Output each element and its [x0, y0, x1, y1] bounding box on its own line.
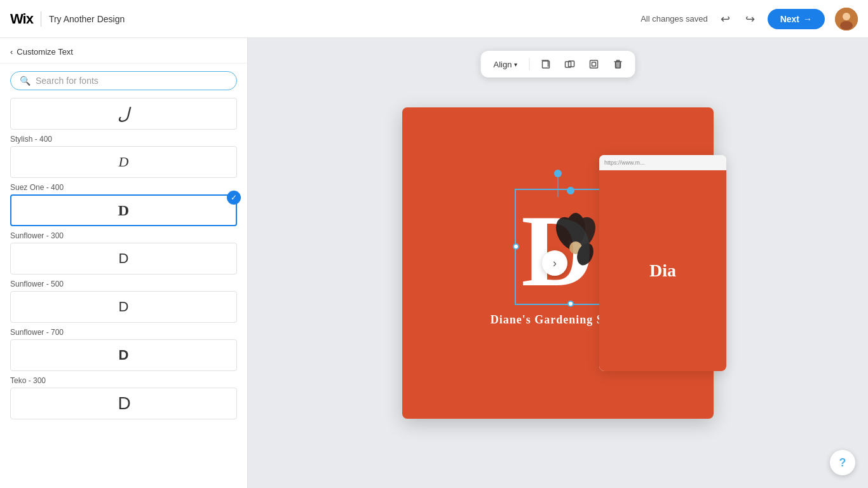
frame-icon — [588, 58, 599, 70]
font-preview-stylish[interactable]: D — [10, 146, 237, 178]
help-icon: ? — [839, 456, 846, 470]
sidebar: ‹ Customize Text 🔍 ل Stylish - 400 D — [0, 38, 248, 488]
floating-toolbar: Align ▾ — [481, 51, 635, 78]
copy-icon-button[interactable] — [534, 55, 556, 74]
avatar-image — [835, 8, 858, 30]
main-layout: ‹ Customize Text 🔍 ل Stylish - 400 D — [0, 38, 868, 488]
toolbar-divider — [529, 58, 529, 71]
wix-logo: Wix — [10, 11, 33, 27]
next-slide-button[interactable]: › — [542, 250, 567, 276]
back-label: Customize Text — [17, 47, 73, 57]
svg-point-1 — [843, 13, 850, 20]
font-label-suez: Suez One - 400 — [10, 183, 237, 192]
header-right: All changes saved ↩ ↪ Next → — [641, 8, 858, 30]
svg-point-2 — [840, 21, 853, 30]
font-item-suez-400: Suez One - 400 D ✓ — [10, 183, 237, 226]
align-chevron-icon: ▾ — [514, 61, 517, 68]
undo-button[interactable]: ↩ — [718, 10, 733, 29]
font-item-sunflower-300: Sunflower - 300 D — [10, 231, 237, 274]
resize-handle-left[interactable] — [513, 243, 519, 250]
help-button[interactable]: ? — [830, 450, 855, 475]
content-area: Align ▾ — [248, 38, 868, 488]
delete-icon — [612, 58, 623, 70]
search-icon: 🔍 — [20, 76, 31, 86]
side-preview-content: Dia — [599, 170, 726, 371]
font-list: ل Stylish - 400 D Suez One - 400 D ✓ — [0, 98, 247, 488]
sidebar-header: ‹ Customize Text — [0, 38, 247, 64]
side-preview: https://www.m... Dia — [599, 155, 726, 371]
intersect-icon-button[interactable] — [559, 55, 580, 74]
font-item-stylish-400: Stylish - 400 D — [10, 135, 237, 178]
svg-point-11 — [566, 213, 585, 245]
next-arrow-icon: → — [803, 14, 812, 24]
font-letter: D — [118, 202, 129, 219]
duplicate-icon — [539, 58, 551, 70]
redo-button[interactable]: ↪ — [743, 10, 757, 29]
font-letter: ل — [118, 104, 130, 124]
side-preview-text: Dia — [649, 261, 676, 281]
font-item-stylish-prev: ل — [10, 98, 237, 130]
search-input[interactable] — [36, 76, 227, 86]
font-item-sunflower-500: Sunflower - 500 D — [10, 280, 237, 323]
next-button[interactable]: Next → — [768, 9, 825, 29]
font-preview-teko[interactable]: D — [10, 388, 237, 419]
next-label: Next — [780, 14, 799, 24]
saved-status: All changes saved — [641, 14, 708, 24]
header: Wix Try Another Design All changes saved… — [0, 0, 868, 38]
side-preview-url: https://www.m... — [604, 159, 645, 166]
font-item-teko-300: Teko - 300 D — [10, 376, 237, 419]
font-letter: D — [119, 347, 129, 363]
side-preview-bar: https://www.m... — [599, 155, 726, 170]
font-label-sunflower500: Sunflower - 500 — [10, 280, 237, 288]
font-letter: D — [119, 250, 129, 267]
font-letter: D — [118, 393, 129, 414]
font-letter: D — [119, 299, 129, 315]
resize-handle-top[interactable] — [567, 187, 574, 194]
font-preview-sunflower700[interactable]: D — [10, 339, 237, 371]
back-chevron-icon: ‹ — [10, 47, 13, 57]
page-title: Try Another Design — [49, 14, 125, 24]
font-label-sunflower300: Sunflower - 300 — [10, 231, 237, 240]
intersect-icon — [564, 58, 575, 70]
font-label-teko: Teko - 300 — [10, 376, 237, 385]
delete-icon-button[interactable] — [607, 55, 628, 74]
align-label: Align — [494, 60, 512, 69]
font-letter: D — [119, 154, 129, 170]
selected-check-icon: ✓ — [227, 191, 241, 205]
selection-top-dot — [554, 170, 562, 177]
font-preview-sunflower300[interactable]: D — [10, 243, 237, 274]
avatar[interactable] — [835, 8, 858, 30]
search-box: 🔍 — [10, 71, 237, 90]
svg-rect-7 — [592, 62, 595, 66]
font-label-stylish: Stylish - 400 — [10, 135, 237, 144]
header-divider — [41, 11, 41, 27]
font-preview-suez[interactable]: D ✓ — [10, 194, 237, 226]
canvas-wrapper: D Diane's Gardening Store — [402, 107, 714, 419]
back-link[interactable]: ‹ Customize Text — [10, 47, 237, 57]
align-button[interactable]: Align ▾ — [487, 56, 524, 73]
font-item-sunflower-700: Sunflower - 700 D — [10, 328, 237, 371]
font-label-sunflower700: Sunflower - 700 — [10, 328, 237, 337]
svg-rect-6 — [590, 60, 597, 68]
frame-icon-button[interactable] — [583, 55, 604, 74]
font-preview-stylish-prev[interactable]: ل — [10, 98, 237, 130]
font-preview-sunflower500[interactable]: D — [10, 291, 237, 323]
